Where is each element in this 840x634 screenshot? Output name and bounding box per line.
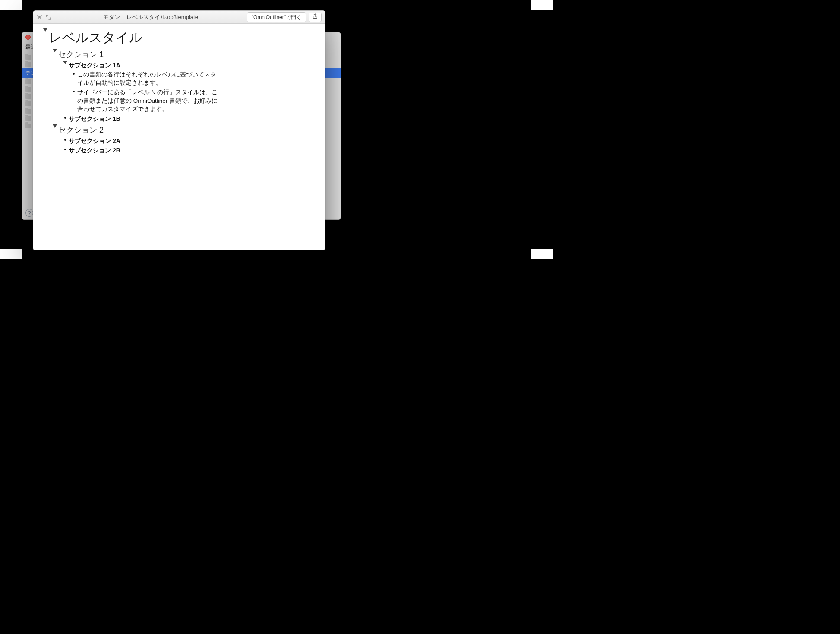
folder-icon bbox=[25, 79, 31, 84]
outline-title: レベルスタイル bbox=[49, 28, 142, 47]
outline-row-level2[interactable]: セクション 1 bbox=[51, 49, 316, 60]
disclosure-triangle-icon[interactable] bbox=[42, 28, 49, 32]
ql-title: モダン + レベルスタイル.oo3template bbox=[58, 13, 243, 21]
quicklook-window: モダン + レベルスタイル.oo3template "OmniOutliner"… bbox=[33, 10, 325, 250]
svg-marker-3 bbox=[53, 124, 57, 128]
outline-row-level4[interactable]: • この書類の各行はそれぞれのレベルに基づいてスタイルが自動的に設定されます。 bbox=[70, 70, 316, 87]
outline-body-text: この書類の各行はそれぞれのレベルに基づいてスタイルが自動的に設定されます。 bbox=[77, 70, 222, 87]
disclosure-triangle-icon[interactable] bbox=[51, 49, 58, 53]
share-button[interactable] bbox=[309, 13, 322, 22]
outline-row-level3[interactable]: サブセクション 1A bbox=[62, 61, 316, 70]
ql-content: レベルスタイル セクション 1 サブセクション 1A • この書類の各行はそれぞ… bbox=[33, 24, 325, 250]
close-icon[interactable] bbox=[37, 14, 42, 20]
folder-icon bbox=[25, 87, 31, 92]
outline-row-level3[interactable]: • サブセクション 1B bbox=[62, 114, 316, 123]
folder-icon bbox=[25, 109, 31, 114]
bullet-icon: • bbox=[70, 88, 77, 95]
outline-body-text: サイドバーにある「レベル N の行」スタイルは、この書類または任意の OmniO… bbox=[77, 88, 222, 114]
folder-icon bbox=[25, 116, 31, 121]
outline-row-level2[interactable]: セクション 2 bbox=[51, 124, 316, 136]
disclosure-triangle-icon[interactable] bbox=[62, 61, 69, 65]
open-with-button[interactable]: "OmniOutliner"で開く bbox=[247, 12, 306, 22]
svg-marker-1 bbox=[53, 49, 57, 52]
frame-corner bbox=[0, 249, 22, 259]
outline-row-level3[interactable]: • サブセクション 2A bbox=[62, 136, 316, 145]
folder-icon bbox=[25, 62, 31, 67]
folder-icon bbox=[25, 101, 31, 106]
outline-row-level3[interactable]: • サブセクション 2B bbox=[62, 146, 316, 155]
outline-row-level4[interactable]: • サイドバーにある「レベル N の行」スタイルは、この書類または任意の Omn… bbox=[70, 88, 316, 114]
help-button[interactable]: ? bbox=[25, 209, 33, 217]
bullet-icon: • bbox=[62, 114, 69, 122]
outline-subsection-label: サブセクション 2A bbox=[69, 136, 120, 145]
frame-corner bbox=[531, 249, 553, 259]
bullet-icon: • bbox=[62, 146, 69, 153]
outline-section-label: セクション 1 bbox=[58, 49, 104, 60]
disclosure-triangle-icon[interactable] bbox=[51, 124, 58, 129]
outline-subsection-label: サブセクション 2B bbox=[69, 146, 120, 155]
bullet-icon: • bbox=[70, 70, 77, 78]
folder-icon bbox=[25, 55, 31, 60]
svg-marker-2 bbox=[63, 61, 67, 64]
svg-marker-0 bbox=[43, 28, 47, 32]
share-icon bbox=[312, 13, 318, 21]
folder-icon bbox=[25, 94, 31, 99]
frame-corner bbox=[531, 0, 553, 10]
bullet-icon: • bbox=[62, 136, 69, 144]
outline-row-level1[interactable]: レベルスタイル bbox=[42, 28, 316, 47]
bg-close-button[interactable] bbox=[25, 35, 31, 40]
outline-section-label: セクション 2 bbox=[58, 124, 104, 136]
fullscreen-icon[interactable] bbox=[45, 14, 51, 20]
outline-subsection-label: サブセクション 1A bbox=[69, 61, 120, 70]
outline-subsection-label: サブセクション 1B bbox=[69, 114, 120, 123]
frame-corner bbox=[0, 0, 22, 10]
folder-icon bbox=[25, 124, 31, 128]
ql-titlebar: モダン + レベルスタイル.oo3template "OmniOutliner"… bbox=[33, 11, 325, 24]
